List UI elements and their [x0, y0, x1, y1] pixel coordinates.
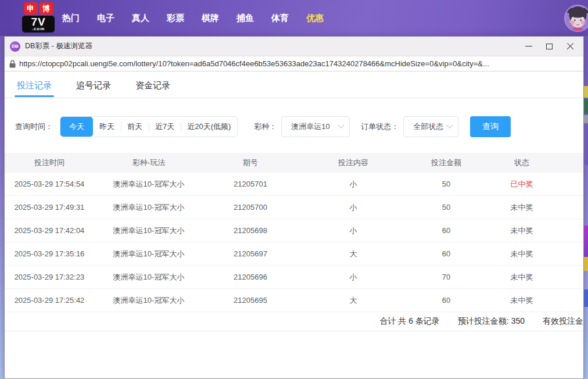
cell-status: 已中奖 [483, 179, 560, 190]
cell-status: 未中奖 [483, 295, 560, 306]
logo-brand: 7V .com [22, 16, 55, 33]
header-issue: 期号 [203, 158, 297, 168]
nav-item-slots[interactable]: 电子 [96, 13, 115, 24]
tab-bet-records[interactable]: 投注记录 [17, 74, 52, 98]
table-row: 2025-03-29 17:42:04 澳洲幸运10-冠军大小 21205698… [5, 219, 583, 242]
window-title: DB彩票 - 极速浏览器 [25, 41, 92, 51]
cell-bet-content: 小 [297, 226, 409, 236]
background-strip-decoration [584, 226, 588, 257]
time-option-7days[interactable]: 近7天 [149, 117, 181, 137]
header-status: 状态 [483, 158, 560, 168]
logo-brand-text: 7V [22, 17, 55, 27]
chevron-down-icon [447, 122, 453, 128]
logo-badges: 申 博 [22, 2, 55, 15]
cell-bet-time: 2025-03-29 17:32:23 [5, 273, 94, 281]
window-controls [521, 39, 578, 54]
nav-item-lottery[interactable]: 彩票 [166, 13, 185, 24]
cell-bet-content: 小 [297, 202, 409, 213]
status-filter-label: 订单状态： [361, 121, 399, 132]
minimize-button[interactable] [521, 39, 536, 54]
order-status-value: 全部状态 [413, 121, 443, 132]
cell-game-play: 澳洲幸运10-冠军大小 [94, 272, 203, 283]
cell-bet-time: 2025-03-29 17:25:42 [5, 296, 94, 305]
bet-records-table: 投注时间 彩种-玩法 期号 投注内容 投注金额 状态 2025-03-29 17… [5, 153, 583, 312]
time-filter-group: 今天 昨天 前天 近7天 近20天(低频) [60, 116, 238, 137]
table-row: 2025-03-29 17:49:31 澳洲幸运10-冠军大小 21205700… [5, 196, 583, 219]
cell-bet-time: 2025-03-29 17:49:31 [5, 203, 94, 212]
table-row: 2025-03-29 17:54:54 澳洲幸运10-冠军大小 21205701… [5, 173, 583, 196]
cell-issue: 21205701 [203, 180, 297, 188]
background-strip-decoration [584, 289, 588, 307]
background-strip-decoration [584, 86, 588, 98]
cell-status: 未中奖 [483, 202, 560, 213]
background-strip-decoration [584, 115, 588, 123]
record-tabs: 投注记录 追号记录 资金记录 [5, 74, 583, 98]
header-bet-content: 投注内容 [297, 158, 409, 168]
table-row: 2025-03-29 17:25:42 澳洲幸运10-冠军大小 21205695… [5, 289, 583, 312]
cell-bet-amount: 60 [409, 249, 483, 258]
browser-window: DB DB彩票 - 极速浏览器 https://ctopcp02pcali.ue… [4, 36, 584, 379]
cell-status: 未中奖 [483, 272, 560, 283]
header-bet-time: 投注时间 [5, 158, 94, 168]
logo-domain-text: .com [22, 27, 55, 31]
nav-item-hot[interactable]: 热门 [62, 13, 80, 24]
cell-bet-time: 2025-03-29 17:54:54 [5, 180, 94, 188]
time-option-today[interactable]: 今天 [60, 117, 93, 137]
chevron-down-icon [338, 122, 345, 128]
screen: 申 博 7V .com 热门 电子 真人 彩票 棋牌 捕鱼 体育 优惠 [0, 0, 588, 379]
header-game-play: 彩种-玩法 [94, 158, 203, 168]
logo-badge-right: 博 [40, 2, 53, 15]
close-icon [567, 42, 574, 50]
time-option-20days[interactable]: 近20天(低频) [181, 117, 237, 137]
nav-item-sports[interactable]: 体育 [271, 13, 289, 24]
cell-bet-amount: 60 [409, 226, 483, 235]
order-status-select[interactable]: 全部状态 [403, 116, 458, 137]
cell-game-play: 澳洲幸运10-冠军大小 [94, 295, 203, 306]
lottery-select[interactable]: 澳洲幸运10 [281, 116, 350, 137]
tab-fund-records[interactable]: 资金记录 [135, 74, 170, 98]
cell-issue: 21205695 [203, 296, 297, 305]
cell-bet-content: 大 [297, 249, 409, 259]
cell-bet-time: 2025-03-29 17:42:04 [5, 226, 94, 235]
summary-bar: 合计 共 6 条记录 预计投注金额: 350 有效投注金 [5, 312, 583, 331]
maximize-icon [546, 44, 553, 49]
search-button[interactable]: 查询 [470, 116, 511, 137]
tab-chase-records[interactable]: 追号记录 [76, 74, 111, 98]
summary-total-records: 合计 共 6 条记录 [379, 316, 439, 327]
filter-bar: 查询时间： 今天 昨天 前天 近7天 近20天(低频) 彩种： 澳洲幸运10 订… [5, 116, 583, 137]
cell-game-play: 澳洲幸运10-冠军大小 [94, 202, 203, 213]
user-avatar[interactable] [564, 5, 588, 32]
nav-item-live[interactable]: 真人 [131, 13, 150, 24]
site-nav-menu: 热门 电子 真人 彩票 棋牌 捕鱼 体育 优惠 [62, 0, 324, 36]
cell-bet-content: 小 [297, 272, 409, 283]
nav-item-fishing[interactable]: 捕鱼 [236, 13, 254, 24]
page-content: 投注记录 追号记录 资金记录 查询时间： 今天 昨天 前天 近7天 近20天(低… [5, 71, 583, 378]
cell-bet-amount: 70 [409, 273, 483, 281]
header-bet-amount: 投注金额 [409, 158, 483, 168]
logo-badge-left: 申 [24, 2, 38, 15]
summary-expected-amount: 预计投注金额: 350 [458, 316, 525, 327]
time-filter-label: 查询时间： [15, 121, 60, 132]
close-button[interactable] [562, 39, 578, 54]
nav-item-chess[interactable]: 棋牌 [201, 13, 220, 24]
cell-bet-time: 2025-03-29 17:35:16 [5, 249, 94, 258]
cell-game-play: 澳洲幸运10-冠军大小 [94, 249, 203, 259]
cell-status: 未中奖 [483, 249, 560, 259]
cell-bet-amount: 50 [409, 180, 483, 188]
maximize-button[interactable] [542, 39, 557, 54]
window-titlebar[interactable]: DB DB彩票 - 极速浏览器 [5, 37, 583, 56]
table-row: 2025-03-29 17:35:16 澳洲幸运10-冠军大小 21205697… [5, 242, 583, 266]
browser-favicon-icon: DB [10, 41, 20, 52]
table-header-row: 投注时间 彩种-玩法 期号 投注内容 投注金额 状态 [5, 153, 583, 173]
nav-item-promo[interactable]: 优惠 [306, 13, 324, 24]
time-option-yesterday[interactable]: 昨天 [93, 117, 121, 137]
cell-bet-amount: 50 [409, 203, 483, 212]
time-option-daybefore[interactable]: 前天 [121, 117, 149, 137]
url-bar[interactable]: https://ctopcp02pcali.uengi5e.com/lotter… [5, 56, 583, 71]
cell-game-play: 澳洲幸运10-冠军大小 [94, 179, 203, 190]
table-row: 2025-03-29 17:32:23 澳洲幸运10-冠军大小 21205696… [5, 266, 583, 289]
background-strip-decoration [584, 257, 588, 271]
cell-issue: 21205698 [203, 226, 297, 235]
cell-bet-amount: 60 [409, 296, 483, 305]
site-logo[interactable]: 申 博 7V .com [22, 2, 55, 33]
